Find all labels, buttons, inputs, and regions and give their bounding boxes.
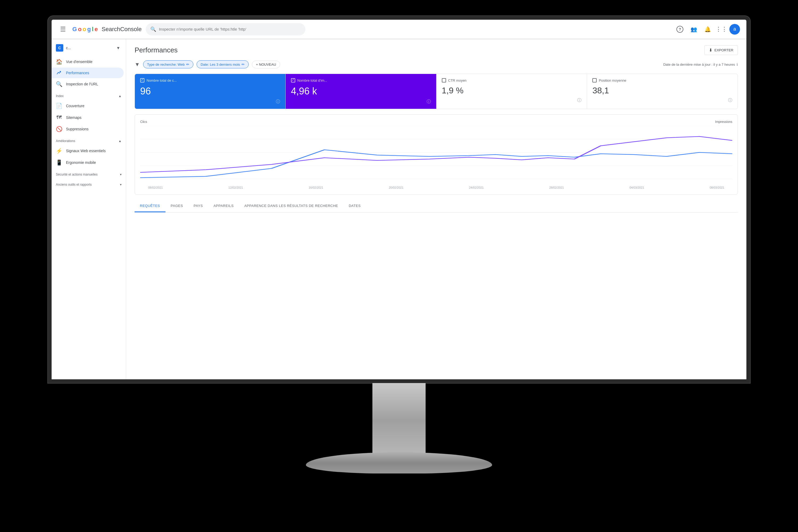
page-header: Performances ⬇ EXPORTER [135, 45, 738, 55]
tab-pages[interactable]: PAGES [166, 200, 188, 212]
clics-info-icon[interactable]: ⓘ [276, 99, 280, 104]
logo-e: e [95, 26, 98, 33]
export-download-icon: ⬇ [709, 48, 712, 53]
filter-bar: ▼ Type de recherche: Web ✏ Date: Les 3 d… [135, 60, 738, 68]
date-filter[interactable]: Date: Les 3 derniers mois ✏ [196, 60, 249, 68]
imac-screen: ☰ Google SearchConsole 🔍 ? 👥 [52, 20, 746, 379]
security-label: Sécurité et actions manuelles [56, 173, 98, 176]
info-icon: ℹ [737, 62, 738, 66]
sidebar-item-mobile[interactable]: 📱 Ergonomie mobile [52, 157, 124, 168]
sidebar-item-url-inspection[interactable]: 🔍 Inspection de l'URL [52, 78, 124, 90]
sidebar-section-security[interactable]: Sécurité et actions manuelles ▾ [52, 171, 126, 178]
coverage-label: Couverture [66, 104, 84, 108]
tabs-row: REQUÊTES PAGES PAYS APPAREILS [135, 200, 738, 212]
top-bar-actions: ? 👥 🔔 ⋮⋮ a [674, 23, 740, 35]
hamburger-icon[interactable]: ☰ [58, 23, 68, 35]
x-label-0: 08/02/2021 [148, 186, 163, 189]
sidebar-section-ameliorations[interactable]: Améliorations ▲ [52, 137, 126, 145]
gsc-container: ☰ Google SearchConsole 🔍 ? 👥 [52, 20, 746, 379]
sidebar-item-web-vitals[interactable]: ⚡ Signaux Web essentiels [52, 145, 124, 157]
web-vitals-label: Signaux Web essentiels [66, 149, 106, 153]
sidebar-overview-label: Vue d'ensemble [66, 60, 92, 64]
page-title: Performances [135, 46, 178, 54]
tab-requetes[interactable]: REQUÊTES [135, 200, 166, 212]
ctr-checkbox[interactable] [442, 78, 446, 82]
clics-line [140, 150, 732, 178]
search-bar[interactable]: 🔍 [146, 23, 305, 35]
help-icon-btn[interactable]: ? [674, 23, 686, 35]
imac-stand-neck [373, 383, 425, 457]
notification-icon: 🔔 [704, 26, 711, 33]
user-avatar[interactable]: a [729, 24, 740, 35]
logo-search-console-text: SearchConsole [101, 26, 141, 33]
metric-position[interactable]: Position moyenne 38,1 ⓘ [587, 74, 738, 109]
logo-g: G [72, 26, 77, 33]
sidebar-item-sitemaps[interactable]: 🗺 Sitemaps [52, 112, 124, 123]
imac-stand-base [306, 452, 492, 474]
chart-left-label: Clics [140, 120, 147, 124]
logo-o2: o [83, 26, 86, 33]
apps-icon-btn[interactable]: ⋮⋮ [716, 23, 727, 35]
security-collapse-icon: ▾ [120, 173, 121, 176]
people-icon-btn[interactable]: 👥 [688, 23, 700, 35]
impressions-checkbox[interactable] [291, 78, 295, 82]
position-info-icon[interactable]: ⓘ [728, 98, 732, 103]
ameliorations-collapse-icon: ▲ [118, 139, 121, 143]
sidebar-item-performances[interactable]: Performances [52, 68, 124, 78]
new-filter-button[interactable]: + NOUVEAU [252, 61, 280, 68]
search-type-filter[interactable]: Type de recherche: Web ✏ [143, 60, 193, 68]
index-collapse-icon: ▲ [118, 94, 121, 98]
tab-apparence[interactable]: APPARENCE DANS LES RÉSULTATS DE RECHERCH… [239, 200, 343, 212]
tab-appareils[interactable]: APPAREILS [208, 200, 239, 212]
export-button[interactable]: ⬇ EXPORTER [704, 45, 738, 55]
mobile-label: Ergonomie mobile [66, 160, 96, 165]
search-nav-icon: 🔍 [56, 81, 62, 87]
sidebar-url-label: Inspection de l'URL [66, 82, 98, 86]
tab-appareils-label: APPAREILS [214, 204, 234, 208]
removals-label: Suppressions [66, 127, 89, 131]
tab-dates[interactable]: DATES [343, 200, 366, 212]
removals-icon: 🚫 [56, 126, 62, 132]
last-update-text: Date de la dernière mise à jour : il y a… [663, 62, 735, 66]
help-icon: ? [677, 26, 683, 33]
tab-apparence-label: APPARENCE DANS LES RÉSULTATS DE RECHERCH… [244, 204, 338, 208]
logo-o1: o [78, 26, 81, 33]
metric-clics[interactable]: Nombre total de c... 96 ⓘ [135, 74, 286, 109]
sidebar-item-overview[interactable]: 🏠 Vue d'ensemble [52, 56, 124, 68]
clics-checkbox[interactable] [140, 78, 145, 82]
chart-svg-area [140, 126, 732, 184]
search-icon: 🔍 [150, 26, 156, 32]
x-label-6: 04/03/2021 [629, 186, 644, 189]
apps-icon: ⋮⋮ [716, 26, 727, 33]
ctr-info-icon[interactable]: ⓘ [577, 98, 582, 103]
impressions-info-icon[interactable]: ⓘ [427, 99, 431, 104]
clics-value: 96 [140, 86, 280, 97]
position-checkbox[interactable] [592, 78, 597, 82]
metrics-row: Nombre total de c... 96 ⓘ [135, 74, 738, 109]
search-input[interactable] [159, 27, 301, 32]
chart-container: Clics Impressions [135, 114, 738, 195]
site-selector[interactable]: C c... ▾ [52, 42, 124, 54]
sidebar-item-coverage[interactable]: 📄 Couverture [52, 100, 124, 112]
main-layout: C c... ▾ 🏠 Vue d'ensemble Per [52, 39, 746, 379]
sidebar-item-removals[interactable]: 🚫 Suppressions [52, 123, 124, 135]
position-value: 38,1 [592, 86, 732, 95]
date-edit-icon: ✏ [242, 62, 245, 66]
top-bar: ☰ Google SearchConsole 🔍 ? 👥 [52, 20, 746, 39]
sitemaps-label: Sitemaps [66, 115, 81, 120]
sidebar-section-index[interactable]: Index ▲ [52, 92, 126, 100]
imac-screen-frame: ☰ Google SearchConsole 🔍 ? 👥 [48, 16, 750, 383]
tab-pays-label: PAYS [194, 204, 203, 208]
x-label-1: 12/02/2021 [228, 186, 243, 189]
metric-impressions[interactable]: Nombre total d'im... 4,96 k ⓘ [286, 74, 437, 109]
impressions-label: Nombre total d'im... [298, 78, 327, 82]
x-label-5: 28/02/2021 [549, 186, 564, 189]
tab-pays[interactable]: PAYS [188, 200, 208, 212]
sidebar-section-old-tools[interactable]: Anciens outils et rapports ▾ [52, 180, 126, 189]
date-label: Date: Les 3 derniers mois [201, 62, 240, 66]
notification-icon-btn[interactable]: 🔔 [702, 23, 714, 35]
metric-ctr[interactable]: CTR moyen 1,9 % ⓘ [437, 74, 587, 109]
sidebar-performances-label: Performances [66, 71, 89, 75]
x-label-4: 24/02/2021 [469, 186, 483, 189]
impressions-value: 4,96 k [291, 86, 431, 97]
